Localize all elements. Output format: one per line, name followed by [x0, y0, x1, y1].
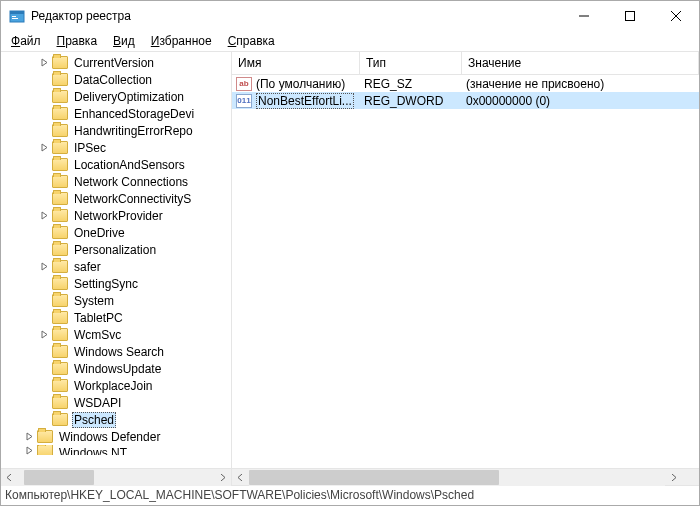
expand-icon[interactable] — [39, 142, 50, 153]
tree-node[interactable]: Windows NT — [1, 445, 231, 455]
tree-node[interactable]: IPSec — [1, 139, 231, 156]
tree-label: EnhancedStorageDevi — [72, 107, 196, 121]
svg-rect-2 — [12, 16, 16, 17]
folder-icon — [52, 379, 68, 392]
tree-node[interactable]: OneDrive — [1, 224, 231, 241]
expand-icon[interactable] — [39, 329, 50, 340]
tree-label: Windows NT — [57, 446, 129, 455]
titlebar[interactable]: Редактор реестра — [1, 1, 699, 31]
minimize-button[interactable] — [561, 1, 607, 31]
tree-node[interactable]: CurrentVersion — [1, 54, 231, 71]
folder-icon — [52, 345, 68, 358]
tree-node[interactable]: NetworkProvider — [1, 207, 231, 224]
column-value[interactable]: Значение — [462, 52, 699, 74]
expand-icon[interactable] — [24, 445, 35, 455]
menu-help[interactable]: Справка — [222, 32, 281, 50]
list-pane: Имя Тип Значение ab(По умолчанию)REG_SZ(… — [232, 52, 699, 485]
menu-favorites[interactable]: Избранное — [145, 32, 218, 50]
maximize-button[interactable] — [607, 1, 653, 31]
expand-icon[interactable] — [24, 431, 35, 442]
folder-icon — [52, 243, 68, 256]
tree-node[interactable]: SettingSync — [1, 275, 231, 292]
tree-node[interactable]: DataCollection — [1, 71, 231, 88]
scroll-thumb[interactable] — [249, 470, 499, 485]
folder-icon — [52, 311, 68, 324]
folder-icon — [52, 260, 68, 273]
folder-icon — [37, 445, 53, 455]
scroll-right-button[interactable] — [214, 469, 231, 486]
column-type[interactable]: Тип — [360, 52, 462, 74]
tree-node[interactable]: WSDAPI — [1, 394, 231, 411]
list-header: Имя Тип Значение — [232, 52, 699, 75]
close-button[interactable] — [653, 1, 699, 31]
menubar: Файл Правка Вид Избранное Справка — [1, 31, 699, 51]
list-hscrollbar[interactable] — [232, 468, 699, 485]
expand-icon[interactable] — [39, 261, 50, 272]
tree-node[interactable]: safer — [1, 258, 231, 275]
scroll-track[interactable] — [18, 469, 214, 486]
tree-node[interactable]: DeliveryOptimization — [1, 88, 231, 105]
tree-label: WSDAPI — [72, 396, 123, 410]
expand-icon[interactable] — [39, 210, 50, 221]
content-area: CurrentVersionDataCollectionDeliveryOpti… — [1, 52, 699, 485]
scroll-track[interactable] — [249, 469, 665, 486]
tree-pane: CurrentVersionDataCollectionDeliveryOpti… — [1, 52, 232, 485]
column-name[interactable]: Имя — [232, 52, 360, 74]
tree-label: WindowsUpdate — [72, 362, 163, 376]
tree-label: TabletPC — [72, 311, 125, 325]
tree-label: DeliveryOptimization — [72, 90, 186, 104]
tree-label: NetworkConnectivityS — [72, 192, 193, 206]
tree-node[interactable]: Network Connections — [1, 173, 231, 190]
tree-node[interactable]: Psched — [1, 411, 231, 428]
tree-node[interactable]: WcmSvc — [1, 326, 231, 343]
status-bar: Компьютер\HKEY_LOCAL_MACHINE\SOFTWARE\Po… — [1, 485, 699, 505]
folder-icon — [52, 56, 68, 69]
app-icon — [9, 8, 25, 24]
tree-node[interactable]: Personalization — [1, 241, 231, 258]
dword-value-icon: 011 — [236, 94, 252, 108]
menu-edit[interactable]: Правка — [51, 32, 104, 50]
scroll-thumb[interactable] — [24, 470, 94, 485]
scroll-right-button[interactable] — [665, 469, 682, 486]
tree-label: Windows Defender — [57, 430, 162, 444]
value-type: REG_DWORD — [360, 94, 462, 108]
folder-icon — [52, 209, 68, 222]
folder-icon — [52, 141, 68, 154]
tree-label: Personalization — [72, 243, 158, 257]
folder-icon — [52, 396, 68, 409]
folder-icon — [52, 192, 68, 205]
folder-icon — [52, 413, 68, 426]
tree-node[interactable]: EnhancedStorageDevi — [1, 105, 231, 122]
folder-icon — [52, 175, 68, 188]
tree-node[interactable]: WindowsUpdate — [1, 360, 231, 377]
tree-node[interactable]: NetworkConnectivityS — [1, 190, 231, 207]
folder-icon — [52, 328, 68, 341]
window-title: Редактор реестра — [31, 9, 561, 23]
value-name: NonBestEffortLi... — [256, 93, 354, 109]
tree-node[interactable]: TabletPC — [1, 309, 231, 326]
scroll-left-button[interactable] — [232, 469, 249, 486]
tree-node[interactable]: System — [1, 292, 231, 309]
tree-node[interactable]: Windows Search — [1, 343, 231, 360]
tree-node[interactable]: HandwritingErrorRepo — [1, 122, 231, 139]
expand-icon[interactable] — [39, 57, 50, 68]
string-value-icon: ab — [236, 77, 252, 91]
scroll-left-button[interactable] — [1, 469, 18, 486]
menu-view[interactable]: Вид — [107, 32, 141, 50]
folder-icon — [37, 430, 53, 443]
tree-label: OneDrive — [72, 226, 127, 240]
tree-label: WorkplaceJoin — [72, 379, 154, 393]
tree-label: Psched — [72, 412, 116, 428]
list-view[interactable]: ab(По умолчанию)REG_SZ(значение не присв… — [232, 75, 699, 468]
list-row[interactable]: ab(По умолчанию)REG_SZ(значение не присв… — [232, 75, 699, 92]
folder-icon — [52, 158, 68, 171]
svg-rect-1 — [10, 11, 24, 14]
menu-file[interactable]: Файл — [5, 32, 47, 50]
tree-view[interactable]: CurrentVersionDataCollectionDeliveryOpti… — [1, 52, 231, 468]
tree-node[interactable]: WorkplaceJoin — [1, 377, 231, 394]
tree-label: NetworkProvider — [72, 209, 165, 223]
tree-node[interactable]: LocationAndSensors — [1, 156, 231, 173]
tree-node[interactable]: Windows Defender — [1, 428, 231, 445]
list-row[interactable]: 011NonBestEffortLi...REG_DWORD0x00000000… — [232, 92, 699, 109]
tree-hscrollbar[interactable] — [1, 468, 231, 485]
